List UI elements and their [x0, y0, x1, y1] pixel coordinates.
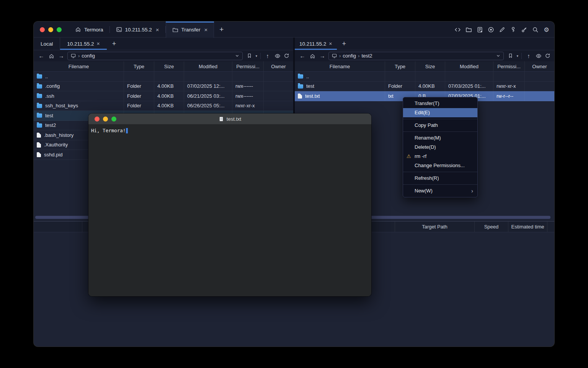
bookmark-dropdown-caret[interactable]: ▾	[516, 54, 518, 58]
menu-item-copy-path[interactable]: Copy Path	[403, 121, 477, 130]
breadcrumb-segment[interactable]: config	[343, 53, 356, 59]
tab-session[interactable]: 10.211.55.2 ×	[110, 21, 165, 38]
editor-content[interactable]: Hi, Termora!	[88, 124, 371, 296]
edit-icon[interactable]	[499, 26, 505, 33]
chevron-down-icon[interactable]	[235, 53, 240, 58]
search-icon[interactable]	[532, 26, 539, 33]
column-header-owner[interactable]: Owner	[525, 61, 554, 71]
minimize-window-button[interactable]	[103, 117, 108, 122]
home-icon	[75, 26, 81, 33]
menu-separator	[403, 172, 477, 172]
file-table-header: Filename Type Size Modified Permissi... …	[295, 61, 554, 72]
tab-label: Local	[41, 41, 53, 47]
menu-item-rename-m[interactable]: Rename(M)	[403, 133, 477, 143]
new-panel-tab-button[interactable]: +	[337, 38, 352, 50]
bookmark-icon[interactable]	[508, 53, 513, 59]
column-header-modified[interactable]: Modified	[445, 61, 493, 71]
cell-filename: ..	[295, 72, 385, 81]
show-hidden-files-icon[interactable]	[536, 53, 542, 59]
file-name: .config	[45, 83, 60, 89]
breadcrumb-chevron: ›	[339, 53, 341, 59]
cell-filename: test	[295, 82, 385, 91]
column-header-modified[interactable]: Modified	[184, 61, 232, 71]
tab-transfer[interactable]: Transfer ×	[166, 21, 214, 38]
column-header-size[interactable]: Size	[415, 61, 445, 71]
folder-icon	[37, 84, 42, 89]
titlebar-toolbar: ⚙	[454, 21, 550, 38]
file-row-ssh-host-keys[interactable]: ssh_host_keysFolder4.00KB06/26/2025 05:.…	[34, 101, 293, 111]
column-header-target-path[interactable]: Target Path	[395, 222, 475, 232]
parent-directory-button[interactable]: ↑	[525, 52, 532, 60]
column-header-type[interactable]: Type	[385, 61, 415, 71]
forward-button[interactable]: →	[318, 52, 326, 60]
keychain-icon[interactable]	[521, 26, 528, 33]
bookmark-icon[interactable]	[247, 53, 252, 59]
new-panel-tab-button[interactable]: +	[107, 38, 122, 50]
transfer-column-blank	[547, 222, 554, 232]
zoom-window-button[interactable]	[111, 117, 116, 122]
column-header-speed[interactable]: Speed	[475, 222, 508, 232]
menu-item-refresh-r[interactable]: Refresh(R)	[403, 174, 477, 183]
folder-icon	[37, 123, 42, 128]
refresh-icon[interactable]	[545, 53, 550, 59]
column-header-filename[interactable]: Filename	[34, 61, 124, 71]
path-input[interactable]: ›config	[67, 52, 243, 60]
tab-remote-right[interactable]: 10.211.55.2 ×	[295, 38, 337, 50]
cell-type	[385, 72, 415, 81]
tab-remote-left[interactable]: 10.211.55.2 ×	[60, 38, 107, 50]
column-header-permissions[interactable]: Permissi...	[493, 61, 525, 71]
close-tab-icon[interactable]: ×	[329, 41, 332, 47]
minimize-window-button[interactable]	[48, 27, 53, 32]
breadcrumb-segment[interactable]: config	[82, 53, 95, 59]
log-icon[interactable]	[477, 26, 483, 33]
editor-titlebar[interactable]: test.txt	[88, 113, 371, 124]
close-window-button[interactable]	[95, 117, 100, 122]
refresh-icon[interactable]	[284, 53, 289, 59]
close-window-button[interactable]	[40, 27, 45, 32]
menu-item-delete-d[interactable]: Delete(D)	[403, 143, 477, 152]
path-input[interactable]: ›config›test2	[328, 52, 504, 60]
column-header-filename[interactable]: Filename	[295, 61, 385, 71]
file-row-..[interactable]: ..	[295, 72, 554, 82]
toolbar-divider	[260, 53, 261, 59]
column-header-size[interactable]: Size	[154, 61, 184, 71]
new-tab-button[interactable]: +	[214, 21, 229, 38]
folder-icon[interactable]	[466, 26, 472, 33]
close-tab-icon[interactable]: ×	[156, 26, 159, 33]
chevron-down-icon[interactable]	[496, 53, 501, 58]
zoom-window-button[interactable]	[57, 27, 62, 32]
menu-item-new-w[interactable]: New(W)›	[403, 186, 477, 196]
code-icon[interactable]	[454, 26, 461, 33]
close-tab-icon[interactable]: ×	[204, 26, 207, 33]
forward-button[interactable]: →	[57, 52, 65, 60]
home-button[interactable]	[309, 53, 316, 59]
back-button[interactable]: ←	[299, 52, 306, 60]
key-icon[interactable]	[510, 26, 516, 33]
file-row-..[interactable]: ..	[34, 72, 293, 82]
column-header-type[interactable]: Type	[124, 61, 154, 71]
home-button[interactable]	[47, 53, 55, 59]
file-row-test[interactable]: testFolder4.00KB07/03/2025 01:...rwxr-xr…	[295, 82, 554, 92]
file-name: ..	[45, 74, 48, 79]
tab-label: 10.211.55.2	[299, 41, 326, 47]
show-hidden-files-icon[interactable]	[274, 53, 281, 59]
menu-item-edit-e[interactable]: Edit(E)	[403, 108, 477, 117]
column-header-owner[interactable]: Owner	[264, 61, 293, 71]
breadcrumb-segment[interactable]: test2	[361, 53, 372, 59]
menu-item-change-permissions[interactable]: Change Permissions...	[403, 161, 477, 170]
settings-icon[interactable]: ⚙	[543, 26, 550, 33]
file-row-.ssh[interactable]: .sshFolder4.00KB06/21/2025 03:...rwx----…	[34, 91, 293, 101]
column-header-estimated-time[interactable]: Estimated time	[508, 222, 547, 232]
parent-directory-button[interactable]: ↑	[264, 52, 271, 60]
menu-item-transfer-t[interactable]: Transfer(T)	[403, 99, 477, 108]
back-button[interactable]: ←	[38, 52, 45, 60]
record-icon[interactable]	[488, 26, 494, 33]
tab-local[interactable]: Local	[34, 38, 60, 50]
bookmark-dropdown-caret[interactable]: ▾	[255, 54, 257, 58]
cell-size	[154, 72, 184, 81]
close-tab-icon[interactable]: ×	[97, 41, 100, 47]
file-row-.config[interactable]: .configFolder4.00KB07/02/2025 12:...rwx-…	[34, 82, 293, 92]
column-header-permissions[interactable]: Permissi...	[232, 61, 264, 71]
tab-termora[interactable]: Termora	[69, 21, 109, 38]
menu-item-rm-rf[interactable]: ⚠rm -rf	[403, 152, 477, 161]
